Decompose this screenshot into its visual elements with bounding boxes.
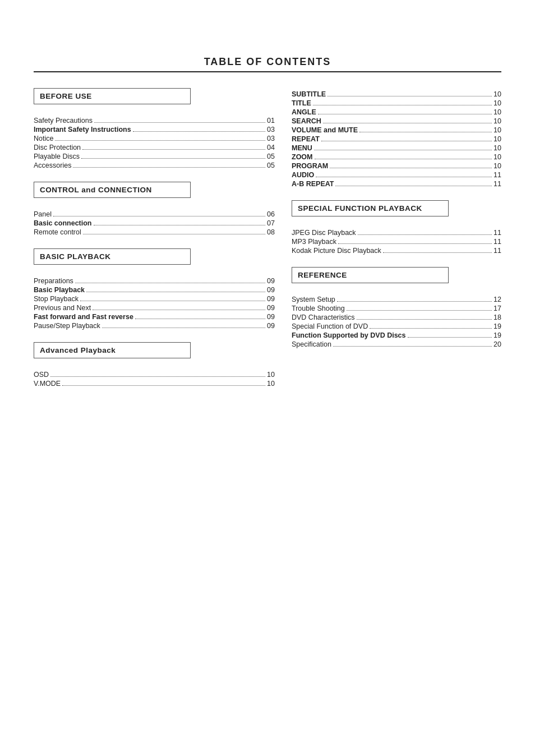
control-connection-section: CONTROL and CONNECTION Panel06Basic conn… xyxy=(34,182,275,236)
dots xyxy=(53,216,265,216)
entry-name: Previous and Next xyxy=(34,304,91,312)
page-number: 12 xyxy=(494,296,501,303)
reference-box: REFERENCE xyxy=(292,267,449,283)
page-number: 10 xyxy=(494,135,501,143)
list-item: Kodak Picture Disc Playback11 xyxy=(292,247,501,255)
list-item: Remote control08 xyxy=(34,228,275,236)
page-number: 11 xyxy=(494,180,501,188)
page-number: 09 xyxy=(267,304,275,312)
entry-name: Important Safety Instructions xyxy=(34,126,131,133)
dots xyxy=(347,310,492,311)
list-item: Function Supported by DVD Discs19 xyxy=(292,331,501,339)
list-item: Previous and Next09 xyxy=(34,304,275,312)
page-number: 18 xyxy=(494,314,501,321)
entry-name: Trouble Shooting xyxy=(292,305,345,312)
title-divider xyxy=(34,71,501,72)
list-item: ZOOM10 xyxy=(292,153,501,161)
entry-name: Stop Playback xyxy=(34,295,79,303)
entry-name: Remote control xyxy=(34,228,81,236)
dots xyxy=(94,122,265,123)
dots xyxy=(337,301,492,302)
dots xyxy=(75,283,265,283)
dots xyxy=(93,310,265,310)
list-item: Playable Discs05 xyxy=(34,153,275,160)
dots xyxy=(359,132,492,132)
page-number: 17 xyxy=(494,305,501,312)
special-function-box: SPECIAL FUNCTION PLAYBACK xyxy=(292,200,449,216)
page-number: 05 xyxy=(267,162,275,169)
page-number: 11 xyxy=(494,171,501,179)
basic-playback-section: BASIC PLAYBACK Preparations09Basic Playb… xyxy=(34,248,275,330)
page-number: 06 xyxy=(267,210,275,218)
list-item: System Setup12 xyxy=(292,296,501,303)
page-number: 07 xyxy=(267,219,275,227)
control-connection-list: Panel06Basic connection07Remote control0… xyxy=(34,210,275,236)
dots xyxy=(358,234,492,235)
basic-playback-box: BASIC PLAYBACK xyxy=(34,248,191,265)
entry-name: AUDIO xyxy=(292,171,314,179)
list-item: Pause/Step Playback09 xyxy=(34,322,275,330)
list-item: ANGLE10 xyxy=(292,108,501,116)
entry-name: Basic connection xyxy=(34,219,92,227)
dots xyxy=(321,141,492,141)
list-item: OSD10 xyxy=(34,371,275,379)
before-use-box: BEFORE USE xyxy=(34,88,191,104)
entry-name: Fast forward and Fast reverse xyxy=(34,313,133,321)
entry-name: Disc Protection xyxy=(34,144,81,151)
page-number: 08 xyxy=(267,228,275,236)
content-columns: BEFORE USE Safety Precautions01Important… xyxy=(34,88,501,398)
page-number: 09 xyxy=(267,322,275,330)
dots xyxy=(81,158,265,159)
dots xyxy=(94,225,266,225)
page-number: 10 xyxy=(267,371,275,379)
control-connection-title: CONTROL and CONNECTION xyxy=(40,186,152,194)
entry-name: MP3 Playback xyxy=(292,238,336,246)
list-item: V.MODE10 xyxy=(34,380,275,388)
special-function-list: JPEG Disc Playback11MP3 Playback11Kodak … xyxy=(292,229,501,255)
dots xyxy=(338,243,492,244)
dots xyxy=(318,114,492,114)
list-item: TITLE10 xyxy=(292,99,501,107)
entry-name: Special Function of DVD xyxy=(292,322,368,330)
page-number: 11 xyxy=(494,229,501,237)
list-item: Fast forward and Fast reverse09 xyxy=(34,313,275,321)
entry-name: REPEAT xyxy=(292,135,320,143)
entry-name: ZOOM xyxy=(292,153,313,161)
list-item: VOLUME and MUTE10 xyxy=(292,126,501,134)
dots xyxy=(313,105,492,105)
special-function-title: SPECIAL FUNCTION PLAYBACK xyxy=(298,204,422,213)
reference-list: System Setup12Trouble Shooting17DVD Char… xyxy=(292,296,501,348)
entry-name: DVD Characteristics xyxy=(292,314,355,321)
dots xyxy=(86,292,265,292)
page-number: 09 xyxy=(267,313,275,321)
dots xyxy=(133,131,265,132)
entry-name: VOLUME and MUTE xyxy=(292,126,358,134)
dots xyxy=(55,140,265,141)
entry-name: JPEG Disc Playback xyxy=(292,229,356,237)
entry-name: Notice xyxy=(34,135,53,142)
entry-name: Playable Discs xyxy=(34,153,80,160)
list-item: Stop Playback09 xyxy=(34,295,275,303)
list-item: REPEAT10 xyxy=(292,135,501,143)
entry-name: OSD xyxy=(34,371,49,379)
page: TABLE OF CONTENTS BEFORE USE Safety Prec… xyxy=(0,0,535,756)
page-number: 10 xyxy=(494,144,501,152)
list-item: MP3 Playback11 xyxy=(292,238,501,246)
page-number: 19 xyxy=(494,322,501,330)
page-number: 19 xyxy=(494,331,501,339)
dots xyxy=(73,167,265,168)
dots xyxy=(335,186,492,186)
dots xyxy=(328,96,492,96)
entry-name: ANGLE xyxy=(292,108,316,116)
entry-name: A-B REPEAT xyxy=(292,180,334,188)
entry-name: V.MODE xyxy=(34,380,61,388)
entry-name: Specification xyxy=(292,340,331,348)
list-item: MENU10 xyxy=(292,144,501,152)
advanced-playback-box: Advanced Playback xyxy=(34,342,191,358)
page-number: 10 xyxy=(494,153,501,161)
entry-name: Kodak Picture Disc Playback xyxy=(292,247,381,255)
list-item: AUDIO11 xyxy=(292,171,501,179)
page-number: 10 xyxy=(267,380,275,388)
page-number: 10 xyxy=(494,99,501,107)
entry-name: Safety Precautions xyxy=(34,117,93,125)
